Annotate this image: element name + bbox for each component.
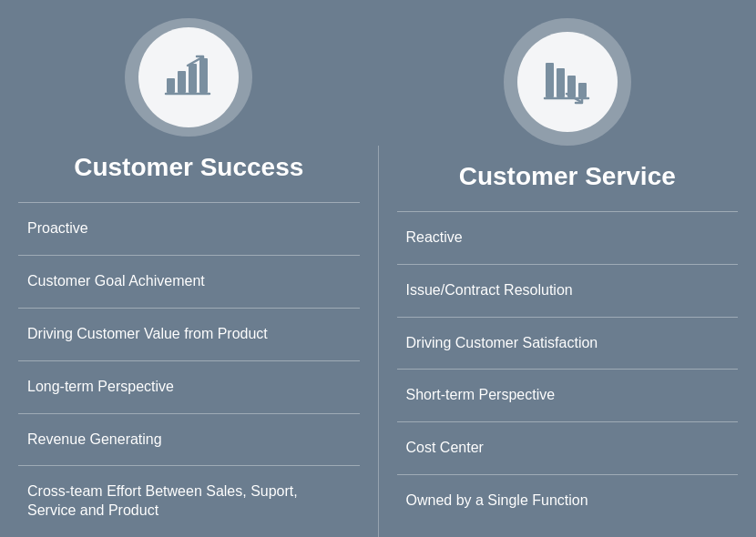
svg-rect-6 xyxy=(546,63,554,97)
list-item: Cross-team Effort Between Sales, Suport,… xyxy=(18,465,360,537)
bar-chart-up-icon xyxy=(162,51,215,104)
svg-rect-9 xyxy=(578,83,587,97)
svg-rect-2 xyxy=(189,64,197,93)
list-item: Proactive xyxy=(18,202,360,255)
customer-success-title: Customer Success xyxy=(74,153,303,182)
list-item: Short-term Perspective xyxy=(397,369,739,421)
customer-success-icon-inner xyxy=(138,27,239,127)
customer-success-list: ProactiveCustomer Goal AchivementDriving… xyxy=(18,202,360,537)
list-item: Long-term Perspective xyxy=(18,360,360,413)
list-item: Issue/Contract Resolution xyxy=(397,264,739,317)
svg-rect-1 xyxy=(178,71,186,93)
customer-service-list: ReactiveIssue/Contract ResolutionDriving… xyxy=(397,211,739,527)
list-item: Driving Customer Value from Product xyxy=(18,308,360,360)
list-item: Customer Goal Achivement xyxy=(18,255,360,308)
list-item: Reactive xyxy=(397,211,739,264)
list-item: Driving Customer Satisfaction xyxy=(397,317,739,370)
customer-success-icon-bg xyxy=(125,18,252,137)
main-container: Customer Success ProactiveCustomer Goal … xyxy=(0,0,756,537)
customer-service-column: Customer Service ReactiveIssue/Contract … xyxy=(379,0,757,537)
svg-rect-7 xyxy=(557,68,565,97)
customer-service-icon-bg xyxy=(504,18,631,146)
customer-service-title: Customer Service xyxy=(459,162,676,191)
bar-chart-down-icon xyxy=(541,56,594,108)
list-item: Revenue Generating xyxy=(18,413,360,466)
customer-success-column: Customer Success ProactiveCustomer Goal … xyxy=(0,0,378,537)
customer-service-icon-inner xyxy=(517,32,618,132)
svg-rect-0 xyxy=(167,78,175,93)
list-item: Owned by a Single Function xyxy=(397,474,739,527)
list-item: Cost Center xyxy=(397,421,739,474)
